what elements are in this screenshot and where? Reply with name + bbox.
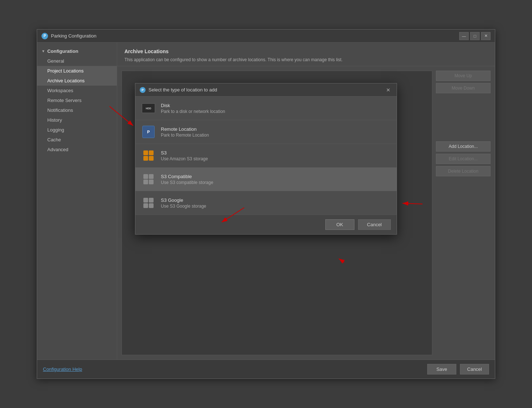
move-down-button[interactable]: Move Down <box>436 83 491 93</box>
move-up-button[interactable]: Move Up <box>436 71 491 81</box>
app-icon: P <box>41 33 48 39</box>
location-option-s3-compatible[interactable]: S3 Compatible Use S3 compatible storage <box>135 168 397 191</box>
window-title: Parking Configuration <box>51 33 459 39</box>
s3-compatible-name: S3 Compatible <box>161 174 213 179</box>
modal-dialog: P Select the type of location to add ✕ D… <box>135 83 397 235</box>
footer: Configuration Help Save Cancel <box>37 360 495 378</box>
s3-google-desc: Use S3 Google storage <box>161 204 206 209</box>
modal-ok-button[interactable]: OK <box>325 219 354 230</box>
s3-name: S3 <box>161 150 208 156</box>
s3-compatible-icon <box>141 172 156 187</box>
location-option-disk[interactable]: Disk Park to a disk or network location <box>135 97 397 120</box>
delete-location-button[interactable]: Delete Location <box>436 166 491 176</box>
modal-icon: P <box>140 87 146 93</box>
sidebar-item-general[interactable]: General <box>37 56 117 66</box>
save-button[interactable]: Save <box>427 364 456 374</box>
maximize-button[interactable]: □ <box>470 32 480 40</box>
sidebar-item-notifications[interactable]: Notifications <box>37 105 117 115</box>
remote-name: Remote Location <box>161 126 209 132</box>
edit-location-button[interactable]: Edit Location... <box>436 154 491 164</box>
location-option-remote[interactable]: P Remote Location Park to Remote Locatio… <box>135 120 397 144</box>
sidebar-section-configuration: ▼ Configuration <box>37 46 117 56</box>
sidebar-arrow: ▼ <box>41 49 45 53</box>
panel-title: Archive Locations <box>124 48 488 54</box>
modal-close-button[interactable]: ✕ <box>384 86 392 94</box>
modal-footer: OK Cancel <box>135 215 397 234</box>
disk-name: Disk <box>161 103 225 108</box>
s3-google-name: S3 Google <box>161 197 206 203</box>
s3-google-icon <box>141 196 156 210</box>
sidebar-item-cache[interactable]: Cache <box>37 135 117 145</box>
sidebar-item-logging[interactable]: Logging <box>37 125 117 135</box>
footer-cancel-button[interactable]: Cancel <box>460 364 489 374</box>
modal-cancel-button[interactable]: Cancel <box>358 219 391 230</box>
s3-compatible-desc: Use S3 compatible storage <box>161 180 213 185</box>
window-controls: — □ ✕ <box>459 32 491 40</box>
modal-title: Select the type of location to add <box>148 87 384 93</box>
sidebar-section-label: Configuration <box>47 48 78 54</box>
sidebar-item-archive-locations[interactable]: Archive Locations <box>37 76 117 86</box>
s3-compatible-text: S3 Compatible Use S3 compatible storage <box>161 174 213 185</box>
s3-google-text: S3 Google Use S3 Google storage <box>161 197 206 209</box>
s3-desc: Use Amazon S3 storage <box>161 156 208 161</box>
remote-location-icon: P <box>141 125 156 139</box>
close-button[interactable]: ✕ <box>481 32 491 40</box>
disk-desc: Park to a disk or network location <box>161 109 225 114</box>
sidebar-item-advanced[interactable]: Advanced <box>37 145 117 154</box>
remote-text: Remote Location Park to Remote Location <box>161 126 209 138</box>
s3-icon <box>141 148 156 163</box>
sidebar-item-history[interactable]: History <box>37 115 117 125</box>
panel-header: Archive Locations This application can b… <box>117 43 495 66</box>
modal-title-bar: P Select the type of location to add ✕ <box>135 83 397 97</box>
add-location-button[interactable]: Add Location... <box>436 141 491 152</box>
minimize-button[interactable]: — <box>459 32 469 40</box>
remote-desc: Park to Remote Location <box>161 133 209 138</box>
config-help-link[interactable]: Configuration Help <box>43 366 82 372</box>
panel-description: This application can be configured to sh… <box>124 56 488 63</box>
sidebar-item-remote-servers[interactable]: Remote Servers <box>37 95 117 105</box>
disk-icon <box>141 101 156 115</box>
s3-text: S3 Use Amazon S3 storage <box>161 150 208 161</box>
location-option-s3[interactable]: S3 Use Amazon S3 storage <box>135 144 397 168</box>
location-option-s3-google[interactable]: S3 Google Use S3 Google storage <box>135 191 397 215</box>
sidebar: ▼ Configuration General Project Location… <box>37 43 117 360</box>
sidebar-item-project-locations[interactable]: Project Locations <box>37 66 117 76</box>
title-bar: P Parking Configuration — □ ✕ <box>37 30 495 43</box>
modal-body: Disk Park to a disk or network location … <box>135 97 397 215</box>
side-buttons: Move Up Move Down Add Location... Edit L… <box>436 71 491 355</box>
sidebar-item-workspaces[interactable]: Workspaces <box>37 86 117 95</box>
disk-text: Disk Park to a disk or network location <box>161 103 225 114</box>
